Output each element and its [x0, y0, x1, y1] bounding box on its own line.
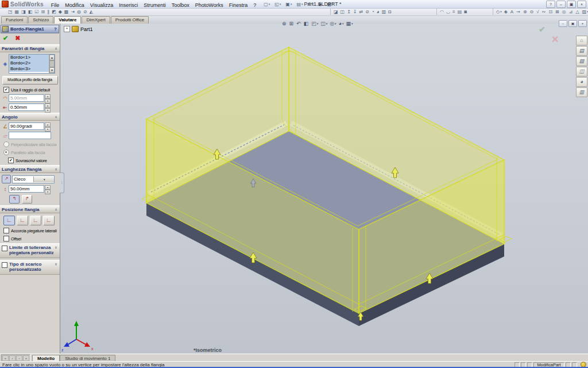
- menu-item-7[interactable]: Finestra: [226, 2, 251, 9]
- edge-selection-list[interactable]: Bordo<1>Bordo<2>Bordo<3> ▲ ▼: [9, 54, 55, 74]
- annotation-toolbar-icon-10[interactable]: ◎: [562, 9, 567, 15]
- section-lunghezza-header[interactable]: Lunghezza flangia »: [0, 165, 60, 173]
- edge-list-item-1[interactable]: Bordo<2>: [9, 60, 49, 66]
- angle-field[interactable]: 90.00gradi: [9, 122, 44, 130]
- tab-funzioni[interactable]: Funzioni: [1, 16, 28, 24]
- menu-item-3[interactable]: Inserisci: [116, 2, 141, 9]
- collapse-chevron-icon[interactable]: »: [53, 167, 59, 171]
- sheetmetal-toolbar-icon-3[interactable]: ◧: [28, 9, 33, 15]
- doc-minimize-button[interactable]: ‒: [559, 20, 567, 27]
- view-toolbar-icon-8[interactable]: ▥: [381, 9, 387, 15]
- trim-side-bends-checkbox[interactable]: Accorcia piegature laterali: [3, 228, 59, 233]
- sheetmetal-toolbar-icon-2[interactable]: ◨: [21, 9, 26, 15]
- face-selection-field[interactable]: [9, 132, 51, 139]
- collapse-chevron-icon[interactable]: »: [53, 114, 59, 119]
- section-view-icon[interactable]: ◧: [304, 21, 310, 26]
- display-toolbar-icon-2[interactable]: ≡: [452, 9, 456, 15]
- annotation-toolbar-icon-11[interactable]: ⊿: [568, 9, 574, 15]
- annotation-toolbar-icon-1[interactable]: ◈: [504, 9, 509, 15]
- view-toolbar-icon-3[interactable]: ↧: [353, 9, 358, 15]
- minimize-button[interactable]: ‒: [556, 1, 566, 8]
- list-scrollbar[interactable]: ▲ ▼: [49, 55, 55, 73]
- tab-scroll-button-2[interactable]: ›: [16, 355, 22, 361]
- confirm-ok-icon[interactable]: ✔: [539, 25, 546, 34]
- tab-scroll-button-3[interactable]: »: [23, 355, 29, 361]
- checkbox-icon[interactable]: [3, 236, 9, 241]
- sheetmetal-toolbar-icon-13[interactable]: ◭: [89, 9, 94, 15]
- sheetmetal-toolbar-icon-5[interactable]: ⊞: [40, 9, 45, 15]
- view-toolbar-icon-4[interactable]: ⇄: [359, 9, 364, 15]
- display-toolbar-icon-1[interactable]: ◡: [446, 9, 451, 15]
- section-angolo-header[interactable]: Angolo »: [0, 113, 60, 121]
- view-toolbar-icon-1[interactable]: ◫: [340, 9, 346, 15]
- override-value-checkbox[interactable]: ✔ Sovrascrivi valore: [8, 158, 59, 163]
- restore-button[interactable]: ▣: [567, 1, 576, 8]
- sheetmetal-toolbar-icon-6[interactable]: ∥: [47, 9, 50, 15]
- edge-list-item-2[interactable]: Bordo<3>: [9, 66, 49, 72]
- file-explorer-icon[interactable]: ▧: [576, 56, 587, 66]
- view-orientation-icon[interactable]: ◰▾: [311, 21, 318, 26]
- parallel-to-face-radio[interactable]: Parallelo alla faccia: [3, 150, 59, 155]
- sheetmetal-toolbar-icon-11[interactable]: ◍: [76, 9, 82, 15]
- solidworks-resources-icon[interactable]: ⌂: [576, 36, 587, 45]
- perpendicular-to-face-radio[interactable]: Perpendicolare alla faccia: [3, 141, 59, 147]
- scroll-up-icon[interactable]: ▲: [49, 55, 55, 60]
- close-button[interactable]: ×: [577, 1, 586, 8]
- menu-item-0[interactable]: File: [48, 2, 63, 9]
- appearances-icon[interactable]: ◕: [576, 77, 587, 87]
- previous-view-icon[interactable]: ↶: [296, 21, 301, 26]
- tab-scroll-button-1[interactable]: ‹: [9, 355, 16, 361]
- view-toolbar-icon-0[interactable]: ◪: [333, 9, 339, 15]
- panel-splitter-handle[interactable]: ⋮: [60, 172, 64, 193]
- edge-list-item-0[interactable]: Bordo<1>: [9, 55, 49, 60]
- annotation-toolbar-icon-4[interactable]: ⊕: [523, 9, 528, 15]
- menu-item-8[interactable]: ?: [250, 2, 259, 9]
- tab-schizzo[interactable]: Schizzo: [28, 16, 53, 24]
- view-toolbar-icon-2[interactable]: ↥: [346, 9, 351, 15]
- sheetmetal-toolbar-icon-9[interactable]: ▩: [64, 9, 69, 15]
- gap-distance-field[interactable]: 0.50mm: [9, 103, 44, 111]
- angle-spinner[interactable]: ▴▾: [45, 122, 51, 130]
- annotation-toolbar-icon-9[interactable]: ⊠: [555, 9, 560, 15]
- scroll-down-icon[interactable]: ▼: [49, 67, 55, 73]
- annotation-toolbar-icon-5[interactable]: ⊖: [529, 9, 535, 15]
- help-button[interactable]: ?: [546, 1, 555, 8]
- doc-restore-button[interactable]: ▣: [568, 20, 577, 27]
- checkbox-checked-icon[interactable]: ✔: [8, 158, 14, 163]
- section-posizione-header[interactable]: Posizione flangia »: [0, 205, 60, 213]
- bend-radius-field[interactable]: 5.00mm: [9, 94, 44, 102]
- confirm-cancel-icon[interactable]: ✕: [551, 34, 559, 45]
- gap-spinner[interactable]: ▴▾: [45, 103, 51, 111]
- graphics-viewport[interactable]: x z + Part1 *Isometrico ✔ ✕: [60, 24, 588, 354]
- outer-virtual-sharp-button[interactable]: ↰: [9, 195, 20, 204]
- expand-chevron-icon[interactable]: »: [53, 246, 59, 250]
- doc-close-button[interactable]: ×: [578, 20, 587, 27]
- annotation-toolbar-icon-7[interactable]: ∾: [541, 9, 547, 15]
- checkbox-icon[interactable]: [2, 262, 7, 268]
- annotation-toolbar-icon-8[interactable]: ⊡: [548, 9, 554, 15]
- tab-modello[interactable]: Modello: [32, 355, 60, 362]
- checkbox-icon[interactable]: [3, 228, 9, 233]
- sheetmetal-toolbar-icon-10[interactable]: ⇥: [70, 9, 75, 15]
- view-palette-icon[interactable]: ◫: [576, 67, 587, 76]
- custom-properties-icon[interactable]: ▥: [576, 87, 587, 97]
- annotation-toolbar-icon-6[interactable]: √: [536, 9, 540, 15]
- tab-dimxpert[interactable]: DimXpert: [82, 16, 110, 24]
- length-spinner[interactable]: ▴▾: [45, 185, 51, 193]
- save-icon[interactable]: ▣▾: [284, 1, 293, 8]
- menu-item-4[interactable]: Strumenti: [141, 2, 169, 9]
- view-toolbar-icon-6[interactable]: ◔: [371, 9, 375, 15]
- tab-studio-di-movimento[interactable]: Studio di movimento 1: [60, 355, 115, 362]
- scrollbar-thumb[interactable]: [49, 60, 55, 67]
- checkbox-checked-icon[interactable]: ✔: [3, 87, 9, 93]
- sheetmetal-toolbar-icon-0[interactable]: ◳: [7, 9, 13, 15]
- tab-valutare[interactable]: Valutare: [54, 16, 81, 24]
- display-toolbar-icon-3[interactable]: ▤: [457, 9, 463, 15]
- radio-icon[interactable]: [3, 141, 9, 147]
- tab-prodotti-office[interactable]: Prodotti Office: [111, 16, 149, 24]
- sheetmetal-toolbar-icon-7[interactable]: ◩: [51, 9, 57, 15]
- annotation-toolbar-icon-0[interactable]: ◇▾: [496, 9, 502, 15]
- flyout-feature-tree[interactable]: + Part1: [64, 26, 93, 32]
- view-toolbar-icon-9[interactable]: ◘: [388, 9, 392, 15]
- dropdown-arrow-icon[interactable]: ▾: [33, 177, 55, 182]
